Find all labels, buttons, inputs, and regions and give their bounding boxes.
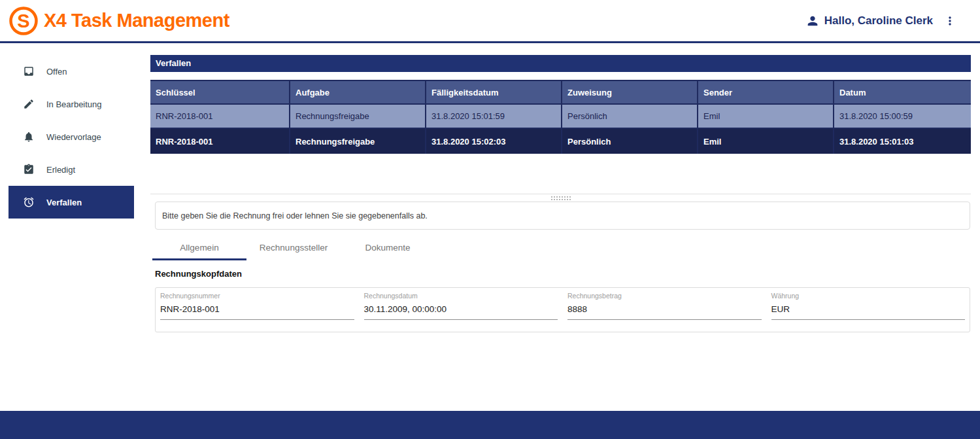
column-header-datum[interactable]: Datum: [834, 81, 971, 103]
table-cell: 31.8.2020 15:02:03: [426, 129, 562, 154]
field-label: Rechnungsbetrag: [567, 292, 762, 300]
column-header-aufgabe[interactable]: Aufgabe: [290, 81, 426, 103]
pencil-icon: [23, 98, 35, 110]
app-logo-icon: S: [9, 7, 38, 35]
sidebar-item-in-bearbeitung[interactable]: In Bearbeitung: [8, 88, 134, 120]
user-icon: [805, 14, 820, 28]
table-cell: Persönlich: [562, 105, 698, 128]
field-w-hrung: Währung EUR: [771, 292, 966, 320]
tab-rechnungssteller[interactable]: Rechnungssteller: [246, 237, 341, 260]
app-title: X4 Task Management: [44, 10, 229, 31]
field-rechnungsbetrag: Rechnungsbetrag 8888: [567, 292, 762, 320]
kebab-menu-icon[interactable]: [943, 14, 956, 27]
task-table: SchlüsselAufgabeFälligkeitsdatumZuweisun…: [150, 80, 971, 154]
sidebar-item-erledigt[interactable]: Erledigt: [8, 153, 134, 186]
section-title: Rechnungskopfdaten: [155, 269, 971, 279]
table-row[interactable]: RNR-2018-001Rechnungsfreigabe31.8.2020 1…: [150, 105, 971, 129]
table-header-row: SchlüsselAufgabeFälligkeitsdatumZuweisun…: [150, 80, 971, 105]
table-cell: Rechnungsfreigabe: [290, 129, 426, 154]
clipboard-check-icon: [23, 164, 35, 175]
column-header-f-lligkeitsdatum[interactable]: Fälligkeitsdatum: [426, 81, 562, 103]
instruction-card: Bitte geben Sie die Rechnung frei oder l…: [155, 202, 970, 230]
table-cell: Persönlich: [562, 129, 698, 154]
field-label: Rechnungsnummer: [160, 292, 354, 300]
field-value[interactable]: RNR-2018-001: [160, 304, 354, 320]
table-cell: Emil: [698, 105, 834, 128]
sidebar-item-label: Wiedervorlage: [46, 132, 101, 142]
column-header-schl-ssel[interactable]: Schlüssel: [150, 81, 290, 103]
column-header-sender[interactable]: Sender: [698, 81, 834, 103]
alarm-clock-icon: [23, 196, 35, 208]
table-cell: Rechnungsfreigabe: [290, 105, 426, 128]
field-label: Währung: [771, 292, 966, 300]
footer-bar: [0, 411, 980, 439]
bell-icon: [23, 131, 35, 143]
field-value[interactable]: 8888: [567, 304, 762, 320]
sidebar-item-label: Erledigt: [46, 165, 75, 175]
sidebar-item-label: In Bearbeitung: [46, 99, 102, 109]
field-label: Rechnungsdatum: [364, 292, 558, 300]
user-greeting: Hallo, Caroline Clerk: [824, 14, 933, 27]
sidebar-item-offen[interactable]: Offen: [8, 55, 134, 88]
table-cell: RNR-2018-001: [150, 105, 290, 128]
table-row[interactable]: RNR-2018-001Rechnungsfreigabe31.8.2020 1…: [150, 129, 971, 154]
sidebar-item-wiedervorlage[interactable]: Wiedervorlage: [8, 120, 134, 153]
tab-dokumente[interactable]: Dokumente: [341, 237, 435, 260]
main-panel: Verfallen SchlüsselAufgabeFälligkeitsdat…: [150, 45, 971, 332]
user-area: Hallo, Caroline Clerk: [805, 14, 956, 28]
sidebar-item-label: Verfallen: [46, 198, 82, 207]
field-value[interactable]: EUR: [771, 304, 966, 320]
sidebar-nav: Offen In Bearbeitung Wiedervorlage Erled…: [0, 45, 150, 219]
column-header-zuweisung[interactable]: Zuweisung: [562, 81, 698, 103]
table-cell: 31.8.2020 15:00:59: [834, 105, 971, 128]
field-value[interactable]: 30.11.2009, 00:00:00: [364, 304, 558, 320]
field-rechnungsdatum: Rechnungsdatum 30.11.2009, 00:00:00: [363, 292, 559, 320]
table-cell: 31.8.2020 15:01:03: [834, 129, 971, 154]
splitter-handle[interactable]: [551, 196, 571, 200]
table-body: RNR-2018-001Rechnungsfreigabe31.8.2020 1…: [150, 105, 971, 154]
instruction-text: Bitte geben Sie die Rechnung frei oder l…: [162, 211, 428, 220]
table-cell: Emil: [698, 129, 834, 154]
field-rechnungsnummer: Rechnungsnummer RNR-2018-001: [160, 292, 355, 320]
inbox-icon: [23, 65, 35, 77]
sidebar-item-verfallen[interactable]: Verfallen: [8, 186, 134, 219]
invoice-fields-box: Rechnungsnummer RNR-2018-001 Rechnungsda…: [155, 287, 970, 332]
detail-tabs: AllgemeinRechnungsstellerDokumente: [152, 237, 971, 260]
sidebar-item-label: Offen: [46, 67, 67, 77]
table-cell: 31.8.2020 15:01:59: [426, 105, 562, 128]
panel-title: Verfallen: [150, 55, 971, 72]
splitter: [150, 194, 971, 202]
app-header: S X4 Task Management Hallo, Caroline Cle…: [0, 0, 980, 43]
svg-text:S: S: [17, 10, 29, 31]
table-cell: RNR-2018-001: [150, 129, 290, 154]
tab-allgemein[interactable]: Allgemein: [152, 237, 246, 260]
